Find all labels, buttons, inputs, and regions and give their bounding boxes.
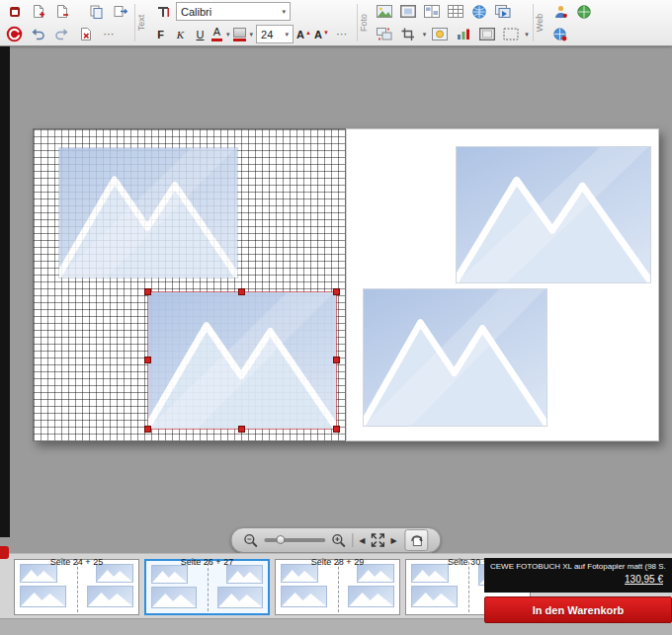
mini-photo-placeholder bbox=[217, 587, 263, 608]
web-group bbox=[546, 0, 599, 45]
resize-handle-bottom-center[interactable] bbox=[238, 426, 245, 433]
transparent-frame-icon[interactable] bbox=[500, 25, 521, 44]
photo-table-icon[interactable] bbox=[446, 2, 466, 22]
rotate-view-button[interactable] bbox=[405, 529, 429, 551]
fill-color-button[interactable] bbox=[233, 28, 246, 41]
thumbnail-label: Seite 26 + 27 bbox=[144, 557, 270, 567]
file-group: ⋯ bbox=[0, 0, 134, 45]
resize-handle-top-left[interactable] bbox=[144, 288, 151, 295]
italic-button[interactable]: K bbox=[172, 26, 189, 43]
font-size-combo[interactable]: 24 ▾ bbox=[256, 25, 294, 43]
thumbnail-seite-28-29[interactable] bbox=[275, 559, 400, 615]
undo-icon[interactable] bbox=[28, 25, 48, 44]
thumbnail-seite-26-27[interactable] bbox=[144, 559, 270, 615]
collapsed-toolbar-button[interactable] bbox=[0, 546, 9, 559]
app-window-icon bbox=[4, 2, 25, 22]
font-color-letter: A bbox=[213, 27, 220, 38]
photo-placeholder-3[interactable] bbox=[457, 147, 650, 282]
previous-spread-button[interactable]: ◀ bbox=[359, 536, 365, 545]
editor-canvas-area: ◀ ▶ bbox=[0, 46, 672, 553]
grow-letter: A bbox=[296, 29, 304, 40]
copy-page-icon[interactable] bbox=[86, 2, 107, 22]
frame-dropdown-icon[interactable]: ▾ bbox=[525, 31, 529, 39]
mini-photo-placeholder bbox=[151, 587, 197, 608]
next-spread-button[interactable]: ▶ bbox=[391, 536, 397, 545]
zoombar-divider bbox=[352, 533, 353, 547]
photo-chart-icon[interactable] bbox=[453, 25, 473, 44]
photo-placeholder-1[interactable] bbox=[59, 148, 237, 278]
mini-photo-placeholder bbox=[348, 586, 394, 607]
decrease-font-button[interactable]: A ▼ bbox=[314, 29, 329, 40]
photo-placeholder-4[interactable] bbox=[364, 289, 546, 426]
zoom-slider-thumb[interactable] bbox=[276, 535, 285, 544]
photo-frame-icon[interactable] bbox=[476, 25, 497, 44]
up-arrow-icon: ▲ bbox=[305, 30, 311, 36]
resize-handle-top-right[interactable] bbox=[333, 288, 340, 295]
product-title: CEWE FOTOBUCH XL auf Fotopapier matt (98… bbox=[490, 562, 666, 571]
fill-color-dropdown-icon[interactable]: ▾ bbox=[250, 31, 254, 39]
mini-photo-placeholder bbox=[87, 586, 133, 607]
chevron-down-icon: ▾ bbox=[286, 31, 290, 39]
thumbnail-seite-24-25[interactable] bbox=[14, 559, 139, 615]
fit-to-page-button[interactable] bbox=[372, 533, 385, 547]
font-color-dropdown-icon[interactable]: ▾ bbox=[226, 31, 230, 39]
photobook-spread bbox=[33, 128, 659, 441]
account-person-icon[interactable] bbox=[550, 2, 571, 22]
font-color-button[interactable]: A bbox=[211, 27, 222, 41]
move-page-icon[interactable] bbox=[110, 2, 130, 22]
font-size-value: 24 bbox=[261, 29, 273, 40]
page-thumbnail-strip: Seite 24 + 25 Seite 26 + 27 Seite 28 + 2… bbox=[0, 553, 672, 635]
zoom-in-button[interactable] bbox=[331, 533, 346, 548]
zoom-slider[interactable] bbox=[264, 538, 325, 542]
zoom-toolbar: ◀ ▶ bbox=[230, 527, 441, 553]
photo-placeholder-2-selected[interactable] bbox=[148, 292, 336, 429]
collapsed-side-panel[interactable] bbox=[0, 46, 10, 537]
add-to-cart-button[interactable]: In den Warenkorb bbox=[484, 596, 672, 623]
delete-page-icon[interactable] bbox=[75, 25, 96, 44]
chevron-down-icon: ▾ bbox=[282, 8, 286, 16]
insert-text-icon[interactable] bbox=[152, 2, 173, 22]
resize-handle-top-center[interactable] bbox=[238, 288, 245, 295]
photo-effects-icon[interactable] bbox=[429, 25, 450, 44]
product-price-link[interactable]: 130,95 € bbox=[490, 574, 666, 585]
mini-photo-placeholder bbox=[226, 565, 263, 584]
mini-photo-placeholder bbox=[411, 586, 458, 607]
foto-group: ▾ ▾ bbox=[371, 0, 533, 45]
mountain-placeholder-icon bbox=[457, 147, 650, 282]
insert-photo-icon[interactable] bbox=[375, 2, 395, 22]
zoom-out-button[interactable] bbox=[243, 533, 258, 548]
remove-pages-icon[interactable] bbox=[51, 2, 72, 22]
slideshow-icon[interactable] bbox=[493, 2, 514, 22]
text-more-button[interactable]: ⋯ bbox=[332, 25, 353, 44]
resize-handle-bottom-right[interactable] bbox=[333, 426, 340, 433]
text-group: Calibri ▾ F K U A ▾ ▾ 24 ▾ A bbox=[148, 0, 357, 45]
crop-dropdown-icon[interactable]: ▾ bbox=[423, 31, 427, 39]
photo-border-icon[interactable] bbox=[398, 2, 419, 22]
resize-handle-mid-left[interactable] bbox=[144, 357, 151, 363]
text-group-label: Text bbox=[135, 0, 148, 45]
product-summary-box: CEWE FOTOBUCH XL auf Fotopapier matt (98… bbox=[484, 558, 672, 593]
resize-handle-bottom-left[interactable] bbox=[144, 426, 151, 433]
publish-globe-icon[interactable] bbox=[550, 25, 571, 44]
mountain-placeholder-icon bbox=[148, 292, 336, 429]
increase-font-button[interactable]: A ▲ bbox=[296, 29, 311, 40]
photo-layout-icon[interactable] bbox=[422, 2, 443, 22]
redo-icon[interactable] bbox=[51, 25, 72, 44]
fill-color-icon bbox=[233, 28, 246, 38]
thumbnail-label: Seite 28 + 29 bbox=[275, 557, 400, 567]
font-family-combo[interactable]: Calibri ▾ bbox=[176, 2, 291, 21]
share-globe-icon[interactable] bbox=[574, 2, 595, 22]
font-family-value: Calibri bbox=[181, 6, 211, 18]
swap-photos-icon[interactable] bbox=[375, 25, 395, 44]
add-pages-icon[interactable] bbox=[28, 2, 48, 22]
file-more-button[interactable]: ⋯ bbox=[99, 25, 120, 44]
resize-handle-mid-right[interactable] bbox=[333, 357, 340, 363]
underline-button[interactable]: U bbox=[192, 26, 209, 43]
mini-photo-placeholder bbox=[281, 586, 327, 607]
shrink-letter: A bbox=[314, 29, 322, 40]
mini-photo-placeholder bbox=[20, 586, 66, 607]
bold-button[interactable]: F bbox=[152, 26, 169, 43]
crop-photo-icon[interactable] bbox=[398, 25, 419, 44]
font-color-swatch bbox=[211, 39, 222, 41]
internet-photos-globe-icon[interactable] bbox=[469, 2, 490, 22]
